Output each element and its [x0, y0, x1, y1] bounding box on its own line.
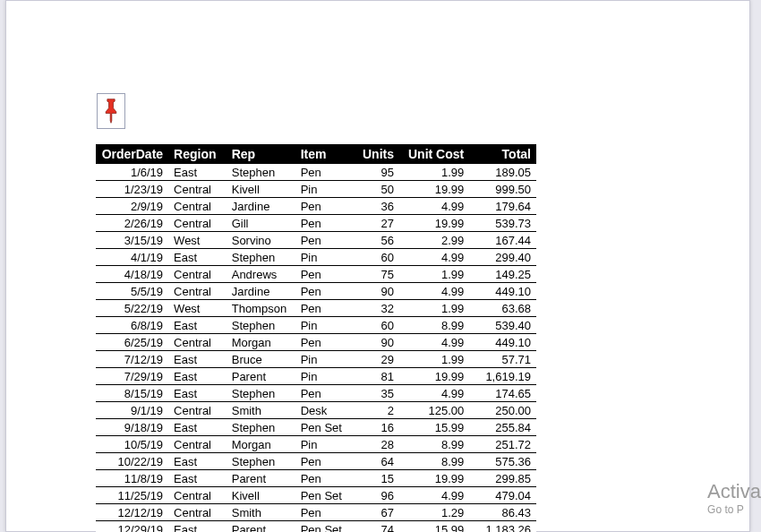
cell-region: Central — [168, 402, 227, 419]
cell-units: 27 — [352, 215, 399, 232]
cell-units: 28 — [352, 436, 399, 453]
cell-item: Pin — [295, 317, 352, 334]
cell-rep: Stephen — [227, 453, 295, 470]
table-row: 2/9/19CentralJardinePen364.99179.64 — [96, 198, 536, 215]
cell-unitcost: 125.00 — [399, 402, 469, 419]
cell-rep: Kivell — [227, 487, 295, 504]
cell-total: 539.73 — [469, 215, 536, 232]
cell-region: East — [168, 419, 227, 436]
cell-region: East — [168, 470, 227, 487]
cell-rep: Stephen — [227, 164, 295, 181]
table-row: 11/25/19CentralKivellPen Set964.99479.04 — [96, 487, 536, 504]
cell-rep: Bruce — [227, 351, 295, 368]
cell-orderdate: 5/5/19 — [96, 283, 168, 300]
table-row: 4/1/19EastStephenPin604.99299.40 — [96, 249, 536, 266]
cell-total: 575.36 — [469, 453, 536, 470]
cell-unitcost: 4.99 — [399, 198, 469, 215]
cell-total: 255.84 — [469, 419, 536, 436]
cell-rep: Morgan — [227, 436, 295, 453]
cell-units: 50 — [352, 181, 399, 198]
cell-region: Central — [168, 504, 227, 521]
col-item: Item — [295, 144, 352, 164]
cell-total: 251.72 — [469, 436, 536, 453]
cell-total: 189.05 — [469, 164, 536, 181]
cell-unitcost: 4.99 — [399, 385, 469, 402]
cell-item: Pen — [295, 504, 352, 521]
cell-item: Pen Set — [295, 487, 352, 504]
cell-units: 74 — [352, 521, 399, 533]
cell-units: 2 — [352, 402, 399, 419]
orders-table: OrderDate Region Rep Item Units Unit Cos… — [96, 144, 536, 532]
cell-unitcost: 2.99 — [399, 232, 469, 249]
cell-orderdate: 4/18/19 — [96, 266, 168, 283]
document-page: OrderDate Region Rep Item Units Unit Cos… — [5, 0, 750, 532]
cell-orderdate: 9/18/19 — [96, 419, 168, 436]
cell-rep: Jardine — [227, 198, 295, 215]
col-rep: Rep — [227, 144, 295, 164]
cell-rep: Parent — [227, 470, 295, 487]
watermark-line2: Go to P — [707, 503, 761, 516]
cell-item: Pin — [295, 351, 352, 368]
cell-region: East — [168, 453, 227, 470]
table-row: 9/18/19EastStephenPen Set1615.99255.84 — [96, 419, 536, 436]
cell-orderdate: 10/22/19 — [96, 453, 168, 470]
col-total: Total — [469, 144, 536, 164]
cell-units: 81 — [352, 368, 399, 385]
cell-item: Pen — [295, 470, 352, 487]
cell-item: Pin — [295, 368, 352, 385]
cell-item: Pen — [295, 198, 352, 215]
cell-units: 67 — [352, 504, 399, 521]
cell-rep: Kivell — [227, 181, 295, 198]
col-region: Region — [168, 144, 227, 164]
cell-units: 56 — [352, 232, 399, 249]
cell-orderdate: 7/12/19 — [96, 351, 168, 368]
cell-rep: Stephen — [227, 317, 295, 334]
cell-total: 999.50 — [469, 181, 536, 198]
cell-rep: Stephen — [227, 419, 295, 436]
cell-region: West — [168, 232, 227, 249]
cell-units: 90 — [352, 334, 399, 351]
table-row: 3/15/19WestSorvinoPen562.99167.44 — [96, 232, 536, 249]
cell-total: 179.64 — [469, 198, 536, 215]
cell-unitcost: 4.99 — [399, 487, 469, 504]
cell-item: Pen Set — [295, 521, 352, 533]
table-row: 11/8/19EastParentPen1519.99299.85 — [96, 470, 536, 487]
cell-region: East — [168, 317, 227, 334]
cell-total: 250.00 — [469, 402, 536, 419]
cell-region: Central — [168, 266, 227, 283]
cell-units: 75 — [352, 266, 399, 283]
cell-item: Pen — [295, 215, 352, 232]
table-row: 1/6/19EastStephenPen951.99189.05 — [96, 164, 536, 181]
cell-region: Central — [168, 436, 227, 453]
cell-unitcost: 4.99 — [399, 334, 469, 351]
cell-unitcost: 19.99 — [399, 368, 469, 385]
cell-region: East — [168, 249, 227, 266]
table-row: 6/8/19EastStephenPin608.99539.40 — [96, 317, 536, 334]
cell-total: 1,183.26 — [469, 521, 536, 533]
cell-region: Central — [168, 487, 227, 504]
cell-rep: Thompson — [227, 300, 295, 317]
cell-orderdate: 7/29/19 — [96, 368, 168, 385]
cell-region: East — [168, 351, 227, 368]
cell-orderdate: 8/15/19 — [96, 385, 168, 402]
table-header: OrderDate Region Rep Item Units Unit Cos… — [96, 144, 536, 164]
cell-unitcost: 19.99 — [399, 215, 469, 232]
cell-item: Pen — [295, 283, 352, 300]
table-row: 4/18/19CentralAndrewsPen751.99149.25 — [96, 266, 536, 283]
cell-units: 64 — [352, 453, 399, 470]
col-unitcost: Unit Cost — [399, 144, 469, 164]
cell-region: East — [168, 164, 227, 181]
table-row: 2/26/19CentralGillPen2719.99539.73 — [96, 215, 536, 232]
cell-unitcost: 15.99 — [399, 521, 469, 533]
cell-rep: Stephen — [227, 249, 295, 266]
cell-unitcost: 15.99 — [399, 419, 469, 436]
cell-rep: Smith — [227, 402, 295, 419]
cell-units: 90 — [352, 283, 399, 300]
cell-orderdate: 12/29/19 — [96, 521, 168, 533]
cell-units: 16 — [352, 419, 399, 436]
cell-rep: Gill — [227, 215, 295, 232]
cell-item: Pen — [295, 385, 352, 402]
cell-units: 60 — [352, 317, 399, 334]
cell-item: Desk — [295, 402, 352, 419]
cell-total: 1,619.19 — [469, 368, 536, 385]
